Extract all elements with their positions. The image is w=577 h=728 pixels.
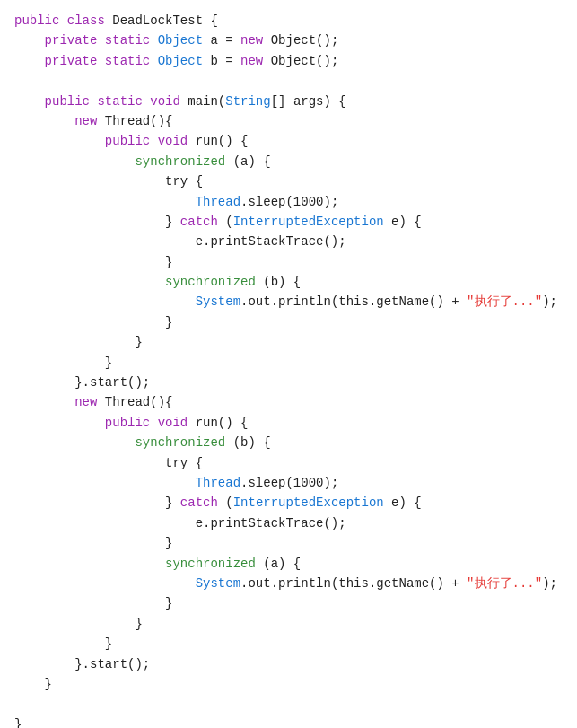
code-token: static xyxy=(105,33,158,48)
code-line xyxy=(14,694,563,714)
code-token: (a) { xyxy=(263,557,301,571)
code-token: } xyxy=(165,255,172,269)
code-line: Thread.sleep(1000); xyxy=(14,192,563,212)
code-container: public class DeadLockTest { private stat… xyxy=(0,0,577,728)
code-token: InterruptedException xyxy=(233,215,391,229)
code-token: void xyxy=(158,134,196,148)
code-token: ( xyxy=(225,496,232,510)
code-line: }.start(); xyxy=(14,654,563,674)
code-token: public xyxy=(105,416,158,430)
code-line: } catch (InterruptedException e) { xyxy=(14,493,563,513)
code-token: Object(); xyxy=(271,54,339,68)
code-token: String xyxy=(225,94,270,109)
code-line: e.printStackTrace(); xyxy=(14,232,563,251)
code-line: synchronized (b) { xyxy=(14,272,563,292)
code-token: Thread(){ xyxy=(105,395,173,409)
code-token: .out.println(this.getName() + xyxy=(240,294,467,309)
code-token: public xyxy=(105,134,158,148)
code-token: synchronized xyxy=(165,557,263,571)
code-token: catch xyxy=(180,215,225,229)
code-token: Thread xyxy=(196,195,240,209)
code-line: private static Object a = new Object(); xyxy=(14,31,563,50)
code-token: e) { xyxy=(391,496,422,510)
code-token: catch xyxy=(180,496,225,510)
code-token: run() { xyxy=(196,416,249,430)
code-line: public static void main(String[] args) { xyxy=(14,92,563,111)
code-token: private xyxy=(45,33,105,48)
code-token: System xyxy=(196,294,240,309)
code-line: System.out.println(this.getName() + "执行了… xyxy=(14,292,563,311)
code-token: public xyxy=(45,94,98,109)
code-line: new Thread(){ xyxy=(14,392,563,412)
code-token: static xyxy=(105,54,158,68)
code-token: run() { xyxy=(196,134,249,148)
code-line: } xyxy=(14,634,563,653)
code-line: Thread.sleep(1000); xyxy=(14,473,563,493)
code-token: ); xyxy=(542,294,557,309)
code-line: }.start(); xyxy=(14,373,563,392)
code-token: class xyxy=(67,13,112,28)
code-block: public class DeadLockTest { private stat… xyxy=(14,11,563,728)
code-line: } xyxy=(14,533,563,553)
code-line: } xyxy=(14,715,563,728)
code-token: } xyxy=(135,617,142,631)
code-line: } catch (InterruptedException e) { xyxy=(14,212,563,232)
code-token: synchronized xyxy=(165,275,263,289)
code-token: (b) { xyxy=(263,275,301,289)
code-line: try { xyxy=(14,171,563,191)
code-token: new xyxy=(74,395,105,409)
code-line: } xyxy=(14,332,563,352)
code-token: void xyxy=(158,416,196,430)
code-token: ( xyxy=(225,215,232,229)
code-token: Thread(){ xyxy=(105,114,173,128)
code-line: public void run() { xyxy=(14,413,563,433)
code-token: (b) { xyxy=(233,435,271,450)
code-token: "执行了..." xyxy=(467,576,542,591)
code-token: Object xyxy=(158,33,211,48)
code-token: } xyxy=(165,596,172,610)
code-token: InterruptedException xyxy=(233,496,391,510)
code-token: a = xyxy=(210,33,240,48)
code-token: .sleep(1000); xyxy=(240,195,338,209)
code-token: "执行了..." xyxy=(467,294,542,309)
code-token: b = xyxy=(210,54,240,68)
code-token: } xyxy=(165,496,180,510)
code-token: e) { xyxy=(391,215,422,229)
code-line: } xyxy=(14,593,563,613)
code-token: .out.println(this.getName() + xyxy=(240,576,467,591)
code-token: [] args) { xyxy=(271,94,346,109)
code-line: try { xyxy=(14,453,563,473)
code-token: Object(); xyxy=(271,33,339,48)
code-token: } xyxy=(14,717,22,728)
code-token: synchronized xyxy=(135,435,232,450)
code-line: } xyxy=(14,353,563,373)
code-token: } xyxy=(135,335,142,349)
code-line: } xyxy=(14,614,563,634)
code-line: synchronized (a) { xyxy=(14,152,563,171)
code-token: e.printStackTrace(); xyxy=(196,234,346,249)
code-line: private static Object b = new Object(); xyxy=(14,51,563,71)
code-token: } xyxy=(165,215,180,229)
code-line: } xyxy=(14,312,563,332)
code-line: } xyxy=(14,252,563,272)
code-token: (a) { xyxy=(233,154,271,169)
code-token: e.printStackTrace(); xyxy=(196,516,346,531)
code-token: new xyxy=(240,33,271,48)
code-token: Thread xyxy=(196,476,240,490)
code-token: synchronized xyxy=(135,154,232,169)
code-line xyxy=(14,71,563,91)
code-token: void xyxy=(150,94,188,109)
code-token: DeadLockTest { xyxy=(112,13,218,28)
code-token: } xyxy=(45,677,52,691)
code-token: static xyxy=(97,94,150,109)
code-token: } xyxy=(165,536,172,550)
code-line: e.printStackTrace(); xyxy=(14,513,563,533)
code-token: } xyxy=(105,355,112,370)
code-token: } xyxy=(165,315,172,329)
code-line: synchronized (a) { xyxy=(14,554,563,574)
code-token: main( xyxy=(188,94,225,109)
code-line: public class DeadLockTest { xyxy=(14,11,563,31)
code-token: System xyxy=(196,576,240,591)
code-token: private xyxy=(45,54,105,68)
code-token: } xyxy=(105,636,112,651)
